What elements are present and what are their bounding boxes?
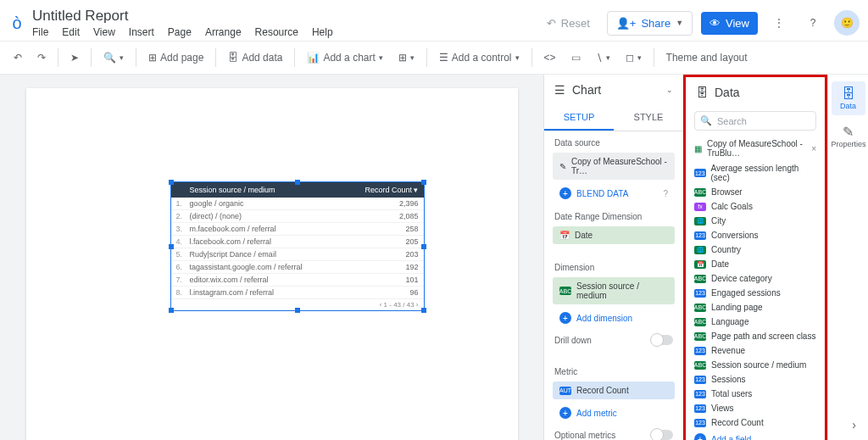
- date-range-chip[interactable]: 📅 Date: [553, 226, 675, 244]
- table-row[interactable]: 4.l.facebook.com / referral205: [171, 236, 424, 248]
- tab-setup[interactable]: SETUP: [544, 105, 614, 131]
- field-row[interactable]: ABCPage path and screen class: [686, 329, 825, 343]
- rail-properties[interactable]: ✎Properties: [832, 119, 865, 153]
- undo-button[interactable]: ↶: [8, 48, 27, 67]
- table-row[interactable]: 1.google / organic2,396: [171, 198, 424, 210]
- tab-style[interactable]: STYLE: [614, 105, 683, 131]
- expand-icon[interactable]: ›: [852, 418, 856, 432]
- reset-button[interactable]: ↶ Reset: [538, 12, 598, 35]
- embed-button[interactable]: <>: [539, 48, 561, 67]
- dimension-label: Dimension: [544, 256, 683, 276]
- add-chart-button[interactable]: 📊 Add a chart ▾: [302, 48, 387, 67]
- field-row[interactable]: 123Total users: [686, 387, 825, 401]
- community-viz-button[interactable]: ⊞ ▾: [393, 48, 420, 67]
- view-label: View: [726, 17, 749, 30]
- table-row[interactable]: 8.l.instagram.com / referral96: [171, 287, 424, 299]
- data-panel: 🗄 Data 🔍 Search ▦ Copy of MeasureSchool …: [683, 75, 827, 440]
- field-row[interactable]: 🌐Country: [686, 242, 825, 257]
- metric-chip[interactable]: AUT Record Count: [553, 382, 675, 399]
- search-input[interactable]: 🔍 Search: [694, 111, 816, 131]
- menu-insert[interactable]: Insert: [129, 26, 154, 38]
- col-header-metric: Record Count ▾: [359, 186, 419, 194]
- help-icon[interactable]: ?: [800, 10, 826, 36]
- more-icon[interactable]: ⋮: [766, 10, 792, 36]
- field-row[interactable]: 123Record Count: [686, 415, 825, 430]
- menu-file[interactable]: File: [32, 26, 48, 38]
- add-dimension-button[interactable]: + Add dimension: [553, 308, 675, 328]
- data-icon: 🗄: [696, 86, 708, 99]
- field-row[interactable]: 🌐City: [686, 214, 825, 228]
- view-button[interactable]: 👁 View: [701, 12, 758, 35]
- avatar[interactable]: 🙂: [834, 10, 860, 36]
- chart-dropdown-icon[interactable]: ⌄: [666, 86, 673, 94]
- field-row[interactable]: 123Conversions: [686, 228, 825, 242]
- add-page-button[interactable]: ⊞ Add page: [143, 48, 209, 67]
- table-row[interactable]: 5.Rudy|script Dance / email203: [171, 248, 424, 261]
- optional-metrics-label: Optional metrics: [554, 431, 615, 440]
- field-row[interactable]: 123Revenue: [686, 343, 825, 358]
- add-data-button[interactable]: 🗄 Add data: [223, 48, 287, 67]
- app-logo: ò: [8, 14, 25, 33]
- field-row[interactable]: 📅Date: [686, 257, 825, 271]
- date-range-label: Date Range Dimension: [544, 205, 683, 225]
- share-button[interactable]: 👤+ Share ▼: [607, 11, 693, 36]
- field-row[interactable]: ABCDevice category: [686, 271, 825, 286]
- add-page-label: Add page: [160, 52, 203, 64]
- canvas[interactable]: Session source / medium Record Count ▾ 1…: [0, 75, 543, 440]
- table-row[interactable]: 6.tagassistant.google.com / referral192: [171, 261, 424, 274]
- field-row[interactable]: 123Engaged sessions: [686, 286, 825, 300]
- field-row[interactable]: ABCBrowser: [686, 185, 825, 199]
- redo-button[interactable]: ↷: [32, 48, 51, 67]
- col-header-dim: Session source / medium: [190, 186, 359, 194]
- chart-type-icon[interactable]: ☰: [554, 83, 565, 97]
- dimension-chip[interactable]: ABC Session source / medium: [553, 277, 675, 304]
- metric-label: Metric: [544, 360, 683, 380]
- add-control-button[interactable]: ☰ Add a control ▾: [434, 48, 525, 67]
- menu-help[interactable]: Help: [312, 26, 333, 38]
- menu-view[interactable]: View: [93, 26, 115, 38]
- zoom-tool[interactable]: 🔍 ▾: [98, 48, 129, 67]
- shape-button[interactable]: ◻ ▾: [620, 48, 647, 67]
- field-row[interactable]: 123Views: [686, 401, 825, 415]
- share-label: Share: [641, 17, 670, 30]
- chart-panel: ☰ Chart⌄ SETUP STYLE Data source ✎ Copy …: [543, 75, 683, 440]
- table-chart[interactable]: Session source / medium Record Count ▾ 1…: [170, 181, 425, 311]
- data-source-label: Data source: [544, 131, 683, 151]
- field-row[interactable]: 123Average session length (sec): [686, 161, 825, 185]
- data-panel-title: Data: [715, 86, 740, 99]
- select-tool[interactable]: ➤: [65, 48, 84, 67]
- doc-title[interactable]: Untitled Report: [32, 8, 333, 25]
- optional-metrics-toggle[interactable]: [651, 430, 673, 440]
- field-row[interactable]: ABCLanding page: [686, 300, 825, 315]
- menu-arrange[interactable]: Arrange: [205, 26, 242, 38]
- data-source-chip[interactable]: ✎ Copy of MeasureSchool - Tr…: [553, 153, 675, 180]
- toolbar: ↶ ↷ ➤ 🔍 ▾ ⊞ Add page 🗄 Add data 📊 Add a …: [0, 41, 868, 75]
- drill-down-toggle[interactable]: [651, 335, 673, 345]
- add-data-label: Add data: [242, 52, 282, 64]
- close-icon[interactable]: ×: [811, 144, 816, 153]
- field-row[interactable]: 123Sessions: [686, 372, 825, 387]
- theme-button[interactable]: Theme and layout: [661, 48, 753, 67]
- report-page[interactable]: Session source / medium Record Count ▾ 1…: [26, 88, 518, 440]
- table-row[interactable]: 2.(direct) / (none)2,085: [171, 210, 424, 223]
- image-button[interactable]: ▭: [566, 48, 586, 67]
- menu-resource[interactable]: Resource: [255, 26, 298, 38]
- field-row[interactable]: ABCSession source / medium: [686, 358, 825, 372]
- theme-label: Theme and layout: [666, 52, 748, 64]
- reset-label: Reset: [561, 17, 590, 30]
- table-row[interactable]: 7.editor.wix.com / referral101: [171, 274, 424, 287]
- drill-down-label: Drill down: [554, 336, 592, 345]
- table-row[interactable]: 3.m.facebook.com / referral258: [171, 223, 424, 236]
- line-button[interactable]: ∖ ▾: [591, 48, 615, 67]
- menu-edit[interactable]: Edit: [62, 26, 80, 38]
- field-row[interactable]: fxCalc Goals: [686, 199, 825, 214]
- add-chart-label: Add a chart: [323, 52, 375, 64]
- add-metric-button[interactable]: + Add metric: [553, 403, 675, 423]
- field-row[interactable]: ABCLanguage: [686, 315, 825, 329]
- blend-data-button[interactable]: + BLEND DATA ?: [553, 183, 675, 203]
- data-source-row[interactable]: ▦ Copy of MeasureSchool - TruBlu… ×: [686, 136, 825, 161]
- add-control-label: Add a control: [452, 52, 512, 64]
- rail-data[interactable]: 🗄Data: [832, 81, 865, 115]
- menu-page[interactable]: Page: [168, 26, 192, 38]
- add-field-button[interactable]: + Add a field: [686, 430, 825, 440]
